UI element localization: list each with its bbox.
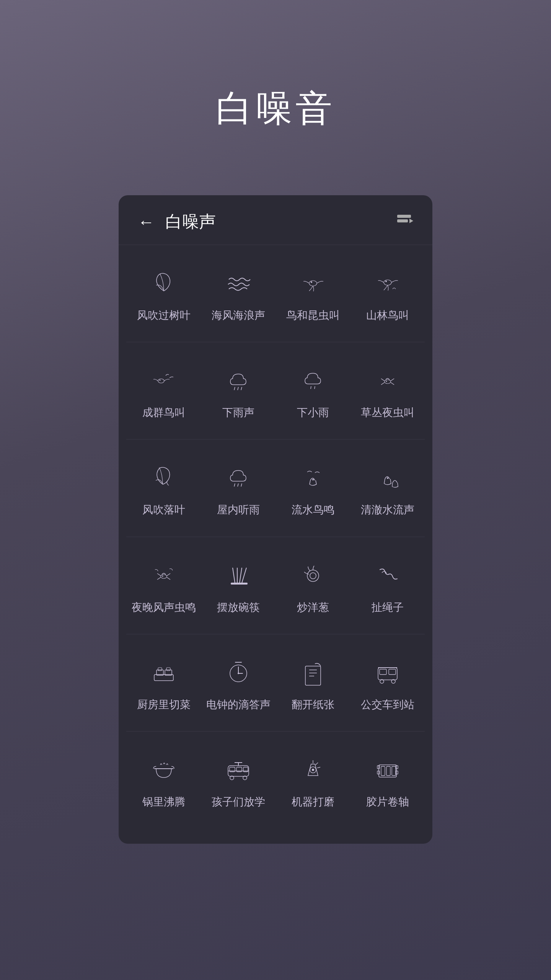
svg-rect-68 xyxy=(381,766,385,776)
back-button[interactable]: ← xyxy=(138,214,155,230)
svg-point-19 xyxy=(386,381,387,382)
svg-line-13 xyxy=(315,386,315,389)
svg-line-10 xyxy=(238,387,238,390)
svg-point-37 xyxy=(310,573,316,579)
flock-birds-label: 成群鸟叫 xyxy=(142,405,185,420)
flip-paper-icon xyxy=(298,657,328,688)
svg-line-34 xyxy=(242,568,246,583)
svg-line-21 xyxy=(238,483,238,487)
item-machine-grind[interactable]: 机器打磨 xyxy=(276,739,350,821)
item-clock-tick[interactable]: 电钟的滴答声 xyxy=(201,642,276,724)
svg-line-15 xyxy=(381,379,385,381)
svg-line-16 xyxy=(381,382,385,385)
item-boiling-pot[interactable]: 锅里沸腾 xyxy=(126,739,201,821)
card-title: 白噪声 xyxy=(165,211,216,233)
grid-row-2: 成群鸟叫 下雨声 下小雨 草丛夜虫叫 xyxy=(119,342,432,439)
fry-onion-label: 炒洋葱 xyxy=(297,600,329,615)
falling-leaves-icon xyxy=(148,462,179,493)
svg-rect-45 xyxy=(305,666,321,685)
svg-rect-69 xyxy=(386,766,390,776)
mountain-birds-icon xyxy=(372,268,403,299)
svg-rect-66 xyxy=(396,766,398,769)
svg-line-11 xyxy=(241,387,242,390)
clear-stream-label: 清澈水流声 xyxy=(361,502,414,517)
item-light-rain[interactable]: 下小雨 xyxy=(276,350,350,431)
svg-point-25 xyxy=(161,575,167,578)
svg-line-17 xyxy=(391,379,394,381)
svg-line-18 xyxy=(391,382,394,385)
item-night-wind-bugs[interactable]: 夜晚风声虫鸣 xyxy=(126,545,201,626)
svg-line-9 xyxy=(234,387,235,390)
clear-stream-icon xyxy=(372,462,403,493)
item-school-bus[interactable]: 孩子们放学 xyxy=(201,739,276,821)
film-reel-icon xyxy=(372,755,403,785)
item-birds-insects[interactable]: 鸟和昆虫叫 xyxy=(276,253,350,334)
school-bus-icon xyxy=(223,755,254,785)
svg-rect-46 xyxy=(378,668,397,680)
item-rain[interactable]: 下雨声 xyxy=(201,350,276,431)
indoor-rain-icon xyxy=(223,462,254,493)
item-stream-birds[interactable]: 流水鸟鸣 xyxy=(276,447,350,529)
svg-line-31 xyxy=(233,568,235,583)
svg-point-30 xyxy=(162,575,163,577)
fry-onion-icon xyxy=(298,560,328,591)
grid-row-5: 厨房里切菜 电钟的滴答声 翻开纸张 公交车到站 xyxy=(119,634,432,731)
birds-insects-icon xyxy=(298,268,328,299)
queue-button[interactable] xyxy=(395,211,413,233)
svg-line-26 xyxy=(157,573,161,576)
item-rope[interactable]: 扯绳子 xyxy=(350,545,425,626)
svg-rect-47 xyxy=(380,669,386,675)
film-reel-label: 胶片卷轴 xyxy=(366,794,409,809)
flock-birds-icon xyxy=(148,365,179,396)
svg-line-28 xyxy=(167,573,170,576)
item-wind-leaves[interactable]: 风吹过树叶 xyxy=(126,253,201,334)
svg-point-5 xyxy=(384,280,391,285)
rain-icon xyxy=(223,365,254,396)
svg-point-3 xyxy=(309,281,317,286)
light-rain-label: 下小雨 xyxy=(297,405,329,420)
kitchen-cut-label: 厨房里切菜 xyxy=(137,697,191,712)
item-flock-birds[interactable]: 成群鸟叫 xyxy=(126,350,201,431)
bus-stop-label: 公交车到站 xyxy=(361,697,414,712)
wind-leaves-label: 风吹过树叶 xyxy=(137,308,191,323)
wind-leaves-icon xyxy=(148,268,179,299)
rain-label: 下雨声 xyxy=(222,405,254,420)
birds-insects-label: 鸟和昆虫叫 xyxy=(286,308,340,323)
item-night-insects[interactable]: 草丛夜虫叫 xyxy=(350,350,425,431)
boiling-pot-label: 锅里沸腾 xyxy=(142,794,185,809)
kitchen-cut-icon xyxy=(148,657,179,688)
svg-point-8 xyxy=(159,380,160,381)
svg-line-12 xyxy=(311,386,311,389)
svg-point-24 xyxy=(387,477,388,479)
svg-point-6 xyxy=(385,281,387,282)
card-header: ← 白噪声 xyxy=(119,195,432,245)
svg-line-22 xyxy=(241,483,242,487)
stream-birds-label: 流水鸟鸣 xyxy=(292,502,334,517)
item-bus-stop[interactable]: 公交车到站 xyxy=(350,642,425,724)
svg-point-62 xyxy=(312,769,314,771)
item-chopsticks[interactable]: 摆放碗筷 xyxy=(201,545,276,626)
night-insects-label: 草丛夜虫叫 xyxy=(361,405,414,420)
rope-label: 扯绳子 xyxy=(372,600,404,615)
item-clear-stream[interactable]: 清澈水流声 xyxy=(350,447,425,529)
svg-rect-64 xyxy=(377,766,380,769)
svg-rect-48 xyxy=(389,669,396,675)
svg-point-23 xyxy=(312,479,314,480)
item-falling-leaves[interactable]: 风吹落叶 xyxy=(126,447,201,529)
item-mountain-birds[interactable]: 山林鸟叫 xyxy=(350,253,425,334)
clock-tick-icon xyxy=(223,657,254,688)
svg-rect-0 xyxy=(397,215,411,218)
item-kitchen-cut[interactable]: 厨房里切菜 xyxy=(126,642,201,724)
svg-rect-35 xyxy=(231,583,248,585)
svg-point-36 xyxy=(307,570,319,581)
item-flip-paper[interactable]: 翻开纸张 xyxy=(276,642,350,724)
item-fry-onion[interactable]: 炒洋葱 xyxy=(276,545,350,626)
boiling-pot-icon xyxy=(148,755,179,785)
svg-line-33 xyxy=(240,568,242,583)
svg-point-4 xyxy=(311,281,312,283)
svg-rect-1 xyxy=(397,219,408,222)
item-sea-waves[interactable]: 海风海浪声 xyxy=(201,253,276,334)
item-indoor-rain[interactable]: 屋内听雨 xyxy=(201,447,276,529)
item-film-reel[interactable]: 胶片卷轴 xyxy=(350,739,425,821)
svg-rect-67 xyxy=(396,771,398,774)
